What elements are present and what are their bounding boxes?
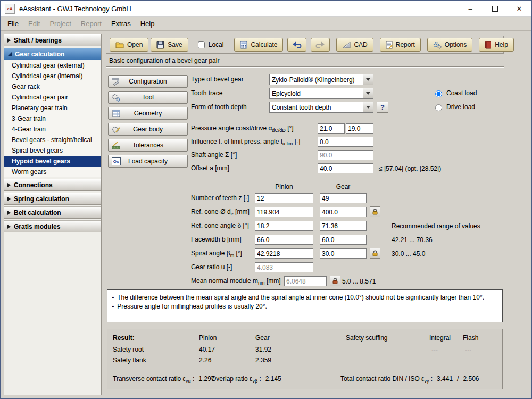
scuffing-flash-value: ---	[465, 346, 471, 353]
sidebar-item-bevel-gears-straight-helical[interactable]: Bevel gears - straight/helical	[4, 135, 101, 145]
result-col-pinion: Pinion	[199, 334, 217, 342]
recommended-range-note: Recommended range of values	[392, 222, 480, 230]
local-label: Local	[209, 41, 224, 48]
teeth-gear-input[interactable]	[320, 193, 367, 203]
spiral-angle-lock-button[interactable]	[370, 248, 380, 259]
safety-flank-label: Safety flank	[113, 356, 146, 364]
save-disk-icon	[156, 41, 164, 49]
result-col-flash: Flash	[463, 334, 478, 342]
sidebar-section-belt-calculation[interactable]: Belt calculation	[4, 206, 101, 219]
open-folder-icon	[115, 41, 124, 48]
sidebar-section-spring-calculation[interactable]: Spring calculation	[4, 193, 101, 205]
result-panel: Result: Pinion Gear Safety scuffing Inte…	[107, 329, 503, 389]
open-label: Open	[127, 41, 143, 48]
close-button[interactable]: ✕	[507, 1, 531, 16]
help-button[interactable]: Help	[479, 38, 514, 52]
maximize-button[interactable]	[483, 1, 507, 16]
result-col-gear: Gear	[255, 334, 270, 342]
column-header-pinion: Pinion	[255, 183, 313, 190]
dropdown-arrow-icon[interactable]	[363, 74, 373, 85]
ref-cone-diameter-pinion-input[interactable]	[255, 207, 313, 217]
sidebar-section-gear-calculation[interactable]: Gear calculation	[4, 48, 101, 60]
sidebar-item-planetary-gear-train[interactable]: Planetary gear train	[4, 103, 101, 113]
result-title: Result:	[113, 334, 135, 342]
report-button[interactable]: Report	[380, 38, 421, 52]
sidebar: Shaft / bearings Gear calculation Cylind…	[4, 34, 102, 395]
undo-button[interactable]	[287, 38, 306, 52]
tolerances-button[interactable]: Tolerances	[108, 139, 188, 152]
gear-body-button[interactable]: Gear body	[108, 123, 188, 136]
menu-help[interactable]: Help	[136, 18, 160, 29]
minimize-button[interactable]: –	[458, 1, 483, 16]
geometry-button[interactable]: Geometry	[108, 107, 188, 120]
load-capacity-button[interactable]: Ox Load capacity	[108, 155, 188, 168]
sidebar-section-shaft-bearings[interactable]: Shaft / bearings	[4, 34, 101, 46]
teeth-pinion-input[interactable]	[255, 193, 313, 203]
scuffing-integral-value: ---	[431, 346, 438, 353]
ref-cone-diameter-gear-input[interactable]	[320, 207, 367, 217]
cad-button[interactable]: CAD	[336, 38, 373, 52]
drive-load-label: Drive load	[446, 103, 475, 111]
bevel-gear-type-select[interactable]: Zyklo-Palloid® (Klingelnberg)	[269, 74, 373, 85]
coast-load-radio[interactable]: Coast load	[433, 89, 477, 97]
facewidth-gear-input[interactable]	[320, 235, 367, 245]
sidebar-item-spiral-bevel-gears[interactable]: Spiral bevel gears	[4, 145, 101, 156]
save-button[interactable]: Save	[151, 38, 188, 52]
sidebar-section-gratis-modules[interactable]: Gratis modules	[4, 220, 101, 232]
menu-extras[interactable]: Extras	[106, 18, 136, 29]
configuration-button[interactable]: Configuration	[108, 75, 188, 88]
tooth-depth-select[interactable]: Constant tooth depth	[269, 102, 373, 113]
sidebar-item-gear-rack[interactable]: Gear rack	[4, 81, 101, 92]
bevel-gear-type-value: Zyklo-Palloid® (Klingelnberg)	[270, 76, 363, 84]
transverse-contact-ratio: Transverse contact ratio εvα :1.297	[113, 375, 214, 384]
sidebar-item-worm-gears[interactable]: Worm gears	[4, 167, 101, 177]
window-controls: – ✕	[458, 1, 531, 16]
offset-input[interactable]	[318, 163, 373, 173]
tool-button[interactable]: Tool	[108, 91, 188, 104]
open-button[interactable]: Open	[110, 38, 148, 52]
spiral-angle-gear-input[interactable]	[320, 248, 367, 259]
bullet-icon: ▪	[112, 302, 114, 311]
tooth-depth-help-button[interactable]: ?	[377, 102, 388, 113]
menu-file[interactable]: File	[3, 18, 23, 29]
chevron-right-icon	[7, 183, 11, 187]
coast-load-radio-input[interactable]	[435, 90, 442, 97]
sidebar-item-cylindrical-gear-pair[interactable]: Cylindrical gear pair	[4, 92, 101, 103]
ref-cone-angle-gear-input[interactable]	[320, 221, 367, 231]
pressure-angle-drive-input[interactable]	[346, 123, 373, 134]
total-contact-ratio: Total contact ratio DIN / ISO εvγ :3.441…	[340, 375, 479, 384]
influence-limit-pressure-label: Influence f. of limit press. angle fα li…	[191, 138, 300, 148]
drive-load-radio-input[interactable]	[435, 104, 442, 111]
calculate-button[interactable]: Calculate	[234, 38, 283, 52]
pressure-angle-coast-input[interactable]	[318, 123, 345, 134]
menu-project: Project	[45, 18, 76, 29]
facewidth-pinion-input[interactable]	[255, 235, 313, 245]
page-title: Basic configuration of a bevel gear pair	[106, 57, 507, 66]
mean-normal-module-lock-button[interactable]	[330, 276, 340, 286]
title-bar: eA eAssistant - GWJ Technology GmbH – ✕	[1, 1, 531, 17]
sidebar-item-3-gear-train[interactable]: 3-Gear train	[4, 113, 101, 124]
sidebar-item-4-gear-train[interactable]: 4-Gear train	[4, 124, 101, 135]
influence-limit-pressure-input[interactable]	[318, 137, 373, 147]
sidebar-item-cylindrical-gear-external[interactable]: Cylindrical gear (external)	[4, 60, 101, 71]
lock-icon	[372, 209, 378, 215]
tooth-trace-select[interactable]: Epicycloid	[269, 88, 373, 99]
chevron-right-icon	[7, 225, 11, 229]
dropdown-arrow-icon[interactable]	[363, 88, 373, 98]
mean-normal-module-input	[284, 276, 327, 286]
safety-root-label: Safety root	[113, 346, 144, 353]
sidebar-section-connections[interactable]: Connections	[4, 179, 101, 191]
ref-cone-diameter-lock-button[interactable]	[370, 206, 380, 217]
spiral-angle-pinion-input[interactable]	[255, 248, 313, 259]
tooth-trace-label: Tooth trace	[191, 89, 222, 97]
header-separator	[106, 66, 504, 68]
module-range-note: 5.0 ... 8.571	[342, 278, 376, 285]
ref-cone-angle-pinion-input[interactable]	[255, 221, 313, 231]
sidebar-item-cylindrical-gear-internal[interactable]: Cylindrical gear (internal)	[4, 71, 101, 81]
dropdown-arrow-icon[interactable]	[363, 102, 373, 112]
drive-load-radio[interactable]: Drive load	[433, 103, 475, 111]
local-checkbox[interactable]	[198, 41, 205, 48]
local-checkbox-group[interactable]: Local	[196, 40, 224, 50]
options-button[interactable]: Options	[427, 38, 472, 52]
sidebar-item-hypoid-bevel-gears[interactable]: Hypoid bevel gears	[4, 156, 101, 167]
